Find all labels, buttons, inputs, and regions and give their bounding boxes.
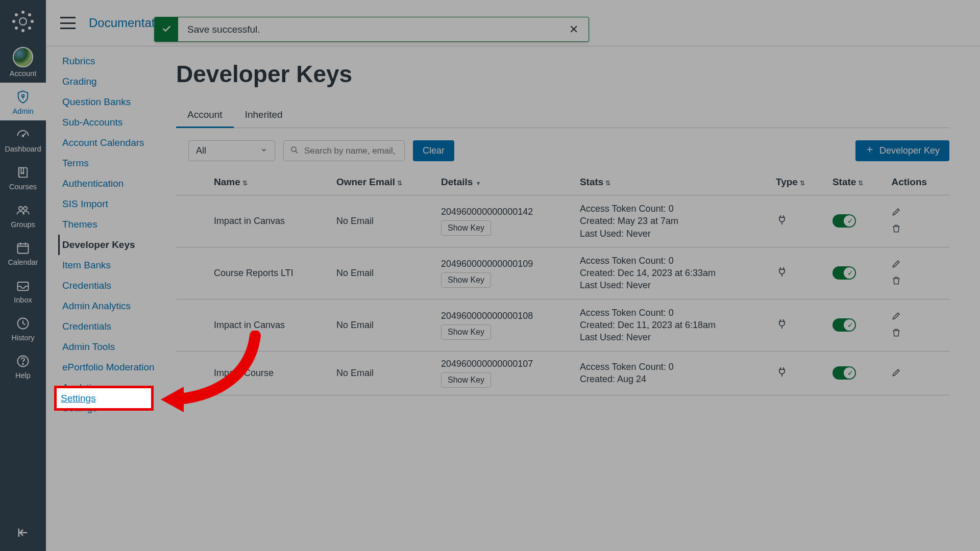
state-toggle[interactable]: ✓: [832, 214, 856, 228]
context-nav-item[interactable]: Themes: [58, 214, 165, 235]
svg-rect-13: [18, 244, 29, 254]
context-nav-item[interactable]: Admin Analytics: [58, 296, 165, 316]
annotation-settings-link[interactable]: Settings: [61, 393, 96, 404]
col-actions: Actions: [884, 169, 949, 195]
nav-dashboard-label: Dashboard: [5, 145, 41, 153]
stats-count: Access Token Count: 0: [580, 255, 762, 267]
developer-keys-table: Name⇅ Owner Email⇅ Details ▾ Stats⇅ Type…: [176, 169, 949, 395]
context-nav-item[interactable]: Grading: [58, 71, 165, 92]
context-nav-item[interactable]: Item Banks: [58, 255, 165, 276]
plug-icon: [776, 322, 788, 332]
nav-history[interactable]: History: [0, 309, 46, 347]
context-nav-item[interactable]: Admin Tools: [58, 337, 165, 357]
sort-icon: ⇅: [397, 180, 402, 187]
state-toggle[interactable]: ✓: [832, 318, 856, 332]
context-nav-item[interactable]: Credentials: [58, 316, 165, 337]
collapse-nav-button[interactable]: [0, 518, 46, 551]
nav-help[interactable]: Help: [0, 347, 46, 385]
cell-owner-email: No Email: [329, 351, 434, 395]
stats-count: Access Token Count: 0: [580, 203, 762, 215]
context-nav-item-current[interactable]: Developer Keys: [58, 235, 165, 255]
cell-id: 204960000000000142: [441, 207, 566, 217]
col-owner-email[interactable]: Owner Email⇅: [329, 169, 434, 195]
col-type[interactable]: Type⇅: [769, 169, 825, 195]
delete-action[interactable]: [891, 328, 942, 339]
svg-point-10: [22, 135, 23, 137]
svg-point-11: [19, 207, 22, 210]
close-icon: ✕: [569, 23, 578, 36]
context-nav-item[interactable]: Account Calendars: [58, 133, 165, 153]
col-state[interactable]: State⇅: [825, 169, 885, 195]
canvas-logo[interactable]: [9, 7, 37, 36]
context-nav-item[interactable]: Credentials: [58, 276, 165, 296]
context-nav-item[interactable]: ePortfolio Moderation: [58, 357, 165, 378]
nav-help-label: Help: [15, 371, 31, 380]
col-name[interactable]: Name⇅: [207, 169, 329, 195]
edit-action[interactable]: [891, 209, 901, 219]
col-stats[interactable]: Stats⇅: [573, 169, 769, 195]
context-nav-item[interactable]: SIS Import: [58, 194, 165, 214]
delete-action[interactable]: [891, 276, 942, 287]
stats-count: Access Token Count: 0: [580, 361, 762, 373]
nav-calendar[interactable]: Calendar: [0, 234, 46, 271]
clear-button[interactable]: Clear: [413, 140, 454, 161]
show-key-button[interactable]: Show Key: [441, 272, 491, 288]
context-nav-item[interactable]: Rubrics: [58, 51, 165, 71]
delete-action[interactable]: [891, 223, 942, 235]
edit-action[interactable]: [891, 313, 901, 323]
toolbar: All Clear Developer Key: [176, 140, 949, 161]
cell-owner-email: No Email: [329, 195, 434, 247]
context-nav: Rubrics Grading Question Banks Sub-Accou…: [58, 51, 165, 418]
context-nav-item[interactable]: Question Banks: [58, 92, 165, 112]
svg-point-8: [28, 27, 31, 30]
svg-point-18: [291, 147, 296, 152]
collapse-icon: [16, 525, 30, 542]
tab-inherited[interactable]: Inherited: [234, 103, 294, 128]
nav-dashboard[interactable]: Dashboard: [0, 120, 46, 158]
edit-action[interactable]: [891, 261, 901, 271]
cell-id: 204960000000000108: [441, 311, 566, 321]
main-content: Developer Keys Account Inherited All Cle…: [176, 60, 949, 395]
edit-action[interactable]: [891, 369, 901, 380]
show-key-button[interactable]: Show Key: [441, 220, 491, 236]
flash-notification: Save successful. ✕: [154, 17, 589, 42]
svg-point-0: [19, 18, 27, 25]
nav-history-label: History: [11, 334, 34, 342]
search-input[interactable]: [304, 146, 398, 156]
nav-calendar-label: Calendar: [8, 258, 38, 266]
flash-message: Save successful.: [178, 24, 559, 35]
show-key-button[interactable]: Show Key: [441, 372, 491, 388]
nav-groups[interactable]: Groups: [0, 196, 46, 234]
nav-inbox[interactable]: Inbox: [0, 271, 46, 309]
annotation-highlight: Settings: [54, 386, 154, 411]
stats-created: Created: Dec 11, 2023 at 6:18am: [580, 319, 762, 331]
stats-last: Last Used: Never: [580, 331, 762, 343]
svg-point-2: [21, 29, 24, 32]
svg-point-3: [12, 20, 15, 23]
search-field[interactable]: [283, 140, 405, 161]
table-row: Impact in Canvas No Email 20496000000000…: [176, 195, 949, 247]
col-details[interactable]: Details ▾: [434, 169, 573, 195]
flash-close-button[interactable]: ✕: [559, 23, 589, 36]
table-row: Course Reports LTI No Email 204960000000…: [176, 247, 949, 299]
nav-admin[interactable]: Admin: [0, 83, 46, 120]
table-row: Impact in Canvas No Email 20496000000000…: [176, 299, 949, 351]
tab-account[interactable]: Account: [176, 103, 234, 128]
search-icon: [290, 145, 304, 157]
hamburger-button[interactable]: [60, 17, 76, 29]
check-icon: ✓: [847, 217, 853, 225]
nav-account[interactable]: Account: [0, 41, 46, 83]
state-toggle[interactable]: ✓: [832, 366, 856, 380]
nav-courses[interactable]: Courses: [0, 158, 46, 196]
add-developer-key-button[interactable]: Developer Key: [855, 140, 949, 161]
svg-point-12: [23, 207, 27, 210]
context-nav-item[interactable]: Terms: [58, 153, 165, 173]
filter-select[interactable]: All: [188, 140, 275, 161]
context-nav-item[interactable]: Sub-Accounts: [58, 112, 165, 133]
svg-point-1: [21, 11, 24, 14]
show-key-button[interactable]: Show Key: [441, 324, 491, 340]
state-toggle[interactable]: ✓: [832, 266, 856, 280]
context-nav-item[interactable]: Authentication: [58, 173, 165, 194]
speedometer-icon: [15, 127, 31, 143]
stats-created: Created: Dec 14, 2023 at 6:33am: [580, 267, 762, 279]
